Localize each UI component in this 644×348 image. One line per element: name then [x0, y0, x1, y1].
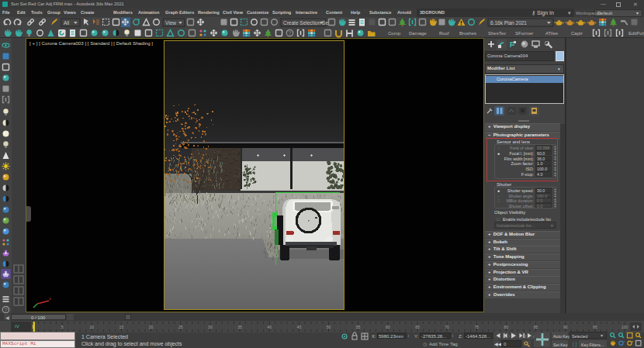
svg-text:50: 50 [327, 325, 331, 329]
svg-text:View: View [165, 20, 176, 26]
svg-text:ShesTex: ShesTex [488, 31, 506, 36]
svg-text:All: All [64, 20, 70, 26]
svg-text:Comp: Comp [388, 31, 401, 36]
svg-text:60: 60 [386, 325, 390, 329]
svg-text:100: 100 [621, 325, 628, 329]
svg-text:Brushes: Brushes [459, 31, 476, 36]
svg-text:65: 65 [415, 325, 420, 329]
svg-text:20: 20 [149, 325, 154, 329]
svg-text:EditPoly: EditPoly [628, 31, 644, 36]
svg-text:15: 15 [119, 325, 124, 329]
svg-text:x: x [49, 296, 51, 301]
svg-text:Captr: Captr [571, 31, 583, 36]
svg-text:5: 5 [61, 325, 64, 329]
svg-text:45: 45 [297, 325, 302, 329]
svg-text:25: 25 [178, 325, 183, 329]
svg-text:95: 95 [593, 325, 597, 329]
svg-text:35: 35 [237, 325, 242, 329]
svg-text:55: 55 [356, 325, 361, 329]
svg-text:90: 90 [563, 325, 568, 329]
svg-text:Roof: Roof [439, 31, 449, 36]
svg-text:80: 80 [504, 325, 509, 329]
svg-text:70: 70 [445, 325, 449, 329]
svg-text:10: 10 [90, 325, 95, 329]
svg-text:6.16k Plan 2021: 6.16k Plan 2021 [490, 20, 527, 26]
svg-text:SFormer: SFormer [515, 31, 533, 36]
svg-text:ATiles: ATiles [545, 31, 558, 36]
svg-text:Damage: Damage [409, 31, 427, 36]
svg-text:85: 85 [534, 325, 538, 329]
svg-text:75: 75 [475, 325, 480, 329]
svg-text:30: 30 [208, 325, 213, 329]
svg-text:?: ? [5, 307, 8, 312]
svg-text:40: 40 [267, 325, 272, 329]
svg-text:?: ? [289, 30, 292, 36]
